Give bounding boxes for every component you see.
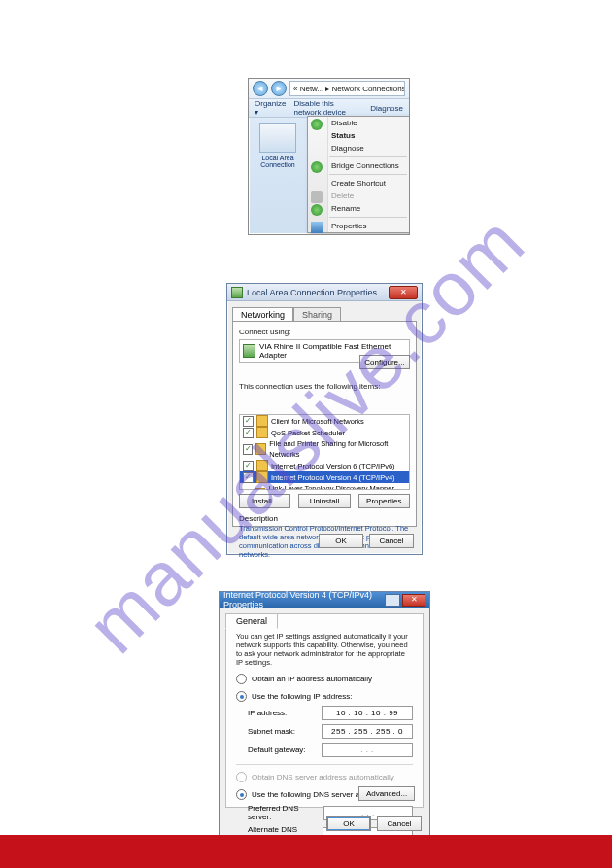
checkbox[interactable] bbox=[243, 472, 254, 483]
configure-button[interactable]: Configure... bbox=[359, 355, 410, 369]
radio-icon bbox=[236, 789, 247, 800]
separator bbox=[329, 217, 407, 218]
tab-sharing[interactable]: Sharing bbox=[293, 307, 341, 322]
ctx-status[interactable]: Status bbox=[308, 129, 409, 142]
ipv6-icon bbox=[256, 460, 268, 471]
checkbox[interactable] bbox=[243, 428, 254, 438]
radio-icon bbox=[236, 772, 247, 782]
qos-icon bbox=[256, 427, 268, 438]
subnet-input[interactable]: 255 . 255 . 255 . 0 bbox=[322, 724, 413, 739]
address-bar[interactable]: « Netw... ▸ Network Connections ▸ bbox=[289, 81, 405, 96]
forward-button[interactable]: ► bbox=[271, 81, 287, 96]
context-menu: Disable Status Diagnose Bridge Connectio… bbox=[307, 116, 410, 233]
description-label: Description bbox=[239, 514, 410, 523]
ctx-shortcut[interactable]: Create Shortcut bbox=[308, 177, 409, 190]
organize-menu[interactable]: Organize ▾ bbox=[255, 99, 286, 117]
protocol-list[interactable]: Client for Microsoft Networks QoS Packet… bbox=[239, 414, 410, 490]
button-row: Install... Uninstall Properties bbox=[239, 494, 410, 508]
ok-button[interactable]: OK bbox=[319, 534, 363, 548]
connection-properties-dialog: Local Area Connection Properties ✕ Netwo… bbox=[226, 283, 423, 555]
bridge-icon bbox=[311, 161, 323, 173]
uninstall-button[interactable]: Uninstall bbox=[298, 494, 350, 508]
subnet-label: Subnet mask: bbox=[248, 727, 295, 736]
ip-input[interactable]: 10 . 10 . 10 . 99 bbox=[322, 706, 413, 720]
ip-label: IP address: bbox=[248, 709, 287, 717]
explorer-window: ◄ ► « Netw... ▸ Network Connections ▸ Or… bbox=[248, 78, 410, 235]
properties-icon bbox=[311, 222, 323, 233]
close-button[interactable]: ✕ bbox=[389, 286, 418, 299]
list-item[interactable]: File and Printer Sharing for Microsoft N… bbox=[240, 438, 409, 460]
properties-button[interactable]: Properties bbox=[358, 494, 410, 508]
ctx-bridge[interactable]: Bridge Connections bbox=[308, 159, 409, 172]
checkbox[interactable] bbox=[243, 416, 254, 427]
ctx-delete: Delete bbox=[308, 190, 409, 202]
lan-connection-item[interactable]: Local Area Connection bbox=[255, 123, 301, 168]
back-button[interactable]: ◄ bbox=[253, 81, 268, 96]
nav-row: ◄ ► « Netw... ▸ Network Connections ▸ bbox=[249, 79, 409, 99]
checkbox[interactable] bbox=[243, 444, 253, 455]
gateway-label: Default gateway: bbox=[248, 746, 306, 754]
network-icon bbox=[231, 287, 243, 298]
disable-device-button[interactable]: Disable this network device bbox=[293, 99, 362, 117]
gateway-input[interactable]: . . . bbox=[322, 743, 413, 757]
dialog-footer: OK Cancel bbox=[319, 534, 414, 548]
client-icon bbox=[256, 415, 268, 427]
lan-label: Local Area Connection bbox=[255, 155, 301, 168]
close-button[interactable]: ✕ bbox=[402, 594, 425, 607]
fileshare-icon bbox=[255, 443, 266, 455]
list-item[interactable]: Link-Layer Topology Discovery Mapper I/O… bbox=[240, 483, 409, 490]
radio-auto-dns: Obtain DNS server address automatically bbox=[236, 772, 413, 782]
ip-address-row: IP address:10 . 10 . 10 . 99 bbox=[248, 706, 413, 720]
cancel-button[interactable]: Cancel bbox=[377, 816, 422, 831]
help-button[interactable] bbox=[385, 594, 400, 607]
ctx-properties[interactable]: Properties bbox=[308, 220, 409, 232]
dialog-title: Local Area Connection Properties bbox=[247, 288, 377, 297]
separator bbox=[329, 174, 407, 175]
diagnose-button[interactable]: Diagnose bbox=[370, 104, 403, 113]
radio-use-ip[interactable]: Use the following IP address: bbox=[236, 691, 413, 702]
pref-dns-label: Preferred DNS server: bbox=[248, 804, 323, 821]
footer-bar bbox=[0, 835, 612, 868]
title-bar: Internet Protocol Version 4 (TCP/IPv4) P… bbox=[220, 592, 429, 608]
uses-items-label: This connection uses the following items… bbox=[239, 382, 410, 391]
ipv4-icon bbox=[256, 471, 268, 483]
subnet-row: Subnet mask:255 . 255 . 255 . 0 bbox=[248, 724, 413, 739]
cancel-button[interactable]: Cancel bbox=[369, 534, 414, 548]
list-item[interactable]: Client for Microsoft Networks bbox=[240, 415, 409, 427]
checkbox[interactable] bbox=[243, 489, 253, 491]
tab-general[interactable]: General bbox=[225, 613, 278, 629]
network-adapter-icon bbox=[259, 123, 296, 153]
dialog-footer: OK Cancel bbox=[326, 816, 422, 831]
lltd-icon bbox=[255, 488, 266, 490]
radio-auto-ip[interactable]: Obtain an IP address automatically bbox=[236, 674, 413, 684]
ctx-rename[interactable]: Rename bbox=[308, 202, 409, 215]
tab-networking[interactable]: Networking bbox=[232, 307, 293, 322]
ctx-diagnose[interactable]: Diagnose bbox=[308, 142, 409, 155]
list-item[interactable]: QoS Packet Scheduler bbox=[240, 427, 409, 438]
separator bbox=[329, 156, 407, 157]
advanced-button[interactable]: Advanced... bbox=[358, 786, 415, 801]
gateway-row: Default gateway:. . . bbox=[248, 743, 413, 757]
ctx-disable[interactable]: Disable bbox=[308, 117, 409, 129]
ipv4-properties-dialog: Internet Protocol Version 4 (TCP/IPv4) P… bbox=[219, 591, 430, 838]
install-button[interactable]: Install... bbox=[239, 494, 290, 508]
intro-text: You can get IP settings assigned automat… bbox=[236, 632, 413, 667]
connect-using-label: Connect using: bbox=[239, 328, 410, 336]
checkbox[interactable] bbox=[243, 461, 254, 471]
list-item[interactable]: Internet Protocol Version 6 (TCP/IPv6) bbox=[240, 460, 409, 471]
dialog-body: General You can get IP settings assigned… bbox=[225, 613, 424, 808]
ok-button[interactable]: OK bbox=[326, 816, 371, 831]
dialog-title: Internet Protocol Version 4 (TCP/IPv4) P… bbox=[223, 590, 385, 609]
title-bar: Local Area Connection Properties ✕ bbox=[227, 284, 422, 301]
list-item-selected[interactable]: Internet Protocol Version 4 (TCP/IPv4) bbox=[240, 471, 409, 483]
radio-icon bbox=[236, 674, 247, 684]
separator bbox=[236, 764, 413, 765]
rename-icon bbox=[311, 204, 323, 216]
adapter-icon bbox=[243, 344, 255, 358]
radio-icon bbox=[236, 691, 247, 702]
tab-strip: Networking Sharing bbox=[232, 306, 417, 321]
tab-body: Connect using: VIA Rhine II Compatible F… bbox=[232, 321, 417, 527]
